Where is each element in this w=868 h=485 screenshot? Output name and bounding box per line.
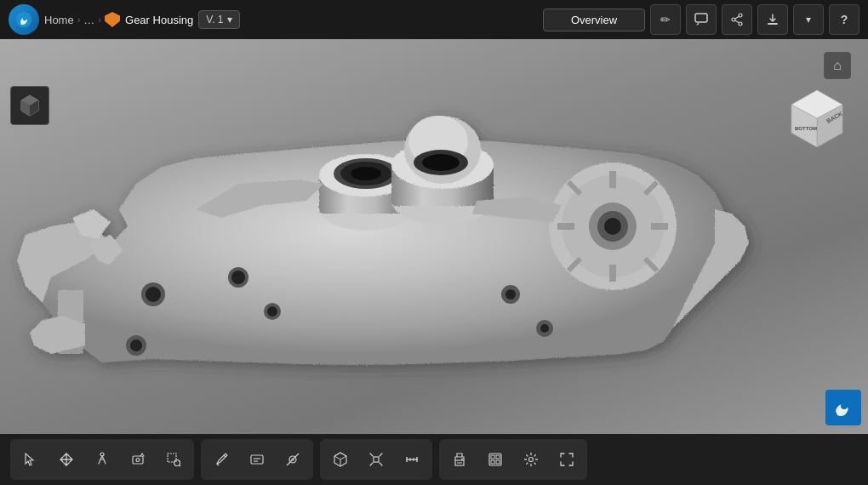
zoom-window-button[interactable] <box>157 442 191 476</box>
svg-point-38 <box>267 306 277 317</box>
comment-button[interactable] <box>686 4 717 35</box>
svg-line-7 <box>735 20 739 23</box>
svg-line-66 <box>224 455 226 457</box>
settings-button[interactable] <box>514 442 548 476</box>
svg-point-64 <box>174 460 180 466</box>
help-icon: ? <box>841 13 848 26</box>
svg-point-85 <box>461 459 463 460</box>
svg-point-3 <box>739 14 742 17</box>
svg-rect-88 <box>496 455 500 459</box>
cube-view-button[interactable] <box>323 442 357 476</box>
text-note-button[interactable] <box>240 442 274 476</box>
svg-line-73 <box>287 454 299 465</box>
svg-line-65 <box>180 465 181 467</box>
print-button[interactable] <box>443 442 477 476</box>
view-tool-group <box>320 439 432 480</box>
svg-rect-87 <box>491 455 494 459</box>
svg-point-59 <box>841 402 848 409</box>
svg-rect-61 <box>133 456 143 464</box>
svg-point-40 <box>146 287 161 302</box>
onshape-logo-br[interactable] <box>825 390 861 425</box>
svg-point-1 <box>23 17 27 21</box>
svg-point-46 <box>540 324 549 333</box>
pan-tool-button[interactable] <box>49 442 83 476</box>
breadcrumb-sep-2: › <box>98 14 101 25</box>
select-tool-button[interactable] <box>14 442 48 476</box>
version-chevron-icon: ▾ <box>227 14 232 26</box>
edit-button[interactable]: ✏ <box>650 4 681 35</box>
breadcrumb-sep-1: › <box>77 14 81 25</box>
model-display <box>0 39 868 434</box>
svg-point-5 <box>739 22 742 26</box>
svg-point-44 <box>505 289 516 300</box>
fullscreen-button[interactable] <box>550 442 584 476</box>
svg-rect-8 <box>768 23 778 25</box>
note-tool-button[interactable] <box>204 442 238 476</box>
home-view-button[interactable]: ⌂ <box>824 52 851 79</box>
svg-text:BOTTOM: BOTTOM <box>795 126 817 131</box>
export-button[interactable] <box>757 4 788 35</box>
svg-point-36 <box>231 271 245 284</box>
svg-point-4 <box>732 18 735 21</box>
viewport-cube-icon[interactable] <box>10 86 49 125</box>
svg-rect-90 <box>496 460 500 464</box>
top-navigation-bar: Home › … › Gear Housing V. 1 ▾ Overview … <box>0 0 868 39</box>
onshape-logo-button[interactable] <box>9 4 39 35</box>
svg-point-34 <box>604 218 621 235</box>
output-tool-group <box>439 439 587 480</box>
overview-button[interactable]: Overview <box>543 9 645 31</box>
chevron-down-icon: ▾ <box>806 14 811 26</box>
breadcrumb-current-item: Gear Housing <box>105 12 193 27</box>
hide-tool-button[interactable] <box>276 442 310 476</box>
svg-point-91 <box>529 458 534 462</box>
bottom-toolbar <box>0 434 868 485</box>
current-document-title: Gear Housing <box>125 14 193 26</box>
annotation-tool-group <box>201 439 313 480</box>
explode-view-button[interactable] <box>359 442 393 476</box>
camera-rotate-button[interactable] <box>121 442 155 476</box>
breadcrumb-ellipsis[interactable]: … <box>83 14 94 26</box>
measure-tool-button[interactable] <box>395 442 429 476</box>
more-options-button[interactable]: ▾ <box>793 4 824 35</box>
view-settings-button[interactable] <box>478 442 512 476</box>
version-dropdown-button[interactable]: V. 1 ▾ <box>198 10 239 29</box>
svg-rect-89 <box>491 460 494 464</box>
walk-tool-button[interactable] <box>85 442 119 476</box>
version-label: V. 1 <box>206 14 223 26</box>
gear-housing-body <box>17 116 749 365</box>
breadcrumb: Home › … › Gear Housing <box>44 12 193 27</box>
breadcrumb-home[interactable]: Home <box>44 14 74 26</box>
3d-viewer[interactable]: ⌂ BACK BOTTOM <box>0 39 868 434</box>
svg-rect-77 <box>374 457 379 462</box>
svg-point-21 <box>422 154 460 171</box>
svg-rect-68 <box>251 455 263 464</box>
svg-point-14 <box>351 167 381 180</box>
svg-line-6 <box>735 17 739 20</box>
svg-marker-75 <box>334 453 346 459</box>
view-cube[interactable]: BACK BOTTOM <box>783 86 851 154</box>
home-icon: ⌂ <box>833 58 842 73</box>
navigation-tool-group <box>10 439 194 480</box>
shield-icon <box>105 12 120 27</box>
svg-point-62 <box>136 459 140 462</box>
help-button[interactable]: ? <box>829 4 859 35</box>
share-button[interactable] <box>722 4 752 35</box>
svg-line-67 <box>217 464 219 465</box>
svg-rect-2 <box>695 14 707 22</box>
svg-point-42 <box>130 340 142 351</box>
